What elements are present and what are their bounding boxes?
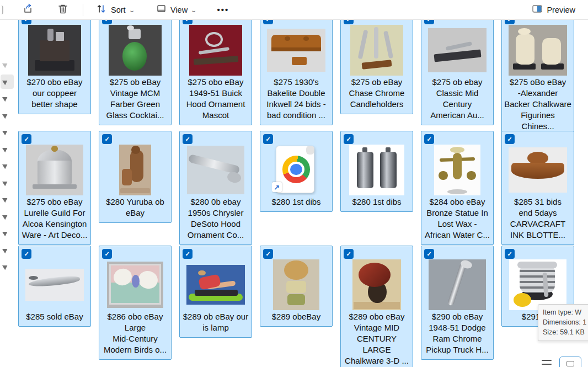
file-thumbnail <box>434 145 480 195</box>
file-tile[interactable]: ✓$280 0b ebay 1950s Chrysler DeSoto Hood… <box>179 131 252 245</box>
share-button[interactable] <box>18 2 39 18</box>
file-tile[interactable]: ✓$275 ob ebay Classic Mid Century Americ… <box>421 11 494 125</box>
tree-expand-chevron-icon[interactable] <box>2 179 9 186</box>
file-name-label: $289 obeBay <box>260 310 332 326</box>
file-tile[interactable]: ✓$290 ob eBay 1948-51 Dodge Ram Chrome P… <box>421 246 494 360</box>
more-button[interactable]: ••• <box>212 2 234 18</box>
file-tile[interactable]: ✓$275 1930's Bakelite Double Inkwell 24 … <box>260 11 333 125</box>
thumbnail-art-shape <box>51 146 58 152</box>
thumbnail-art-shape <box>359 263 391 287</box>
view-icon <box>156 3 167 16</box>
file-tile[interactable]: ✓$275 oBo eBay -Alexander Backer Chalkwa… <box>501 11 574 136</box>
file-checkbox-checked[interactable]: ✓ <box>344 249 354 259</box>
file-thumbnail <box>349 145 404 195</box>
thumbnail-art-shape <box>271 47 320 51</box>
statusbar-view-toggles <box>542 357 581 367</box>
file-tile[interactable]: ✓$275 ob eBay Chase Chrome Candleholders <box>340 11 413 114</box>
tree-expand-chevron-icon[interactable] <box>2 263 9 270</box>
file-tile[interactable]: ✓$289 ob eBay our is lamp <box>179 246 252 338</box>
thumbnail-art-shape <box>129 29 140 39</box>
file-checkbox-checked[interactable]: ✓ <box>183 134 193 144</box>
tree-expand-chevron-icon[interactable] <box>2 162 9 169</box>
thumbnail-art-shape <box>514 293 531 307</box>
preview-pane-icon <box>532 4 543 16</box>
file-grid-row: ✓$285 sold eBay✓$286 obo eBay Large Mid-… <box>18 246 574 367</box>
file-checkbox-checked[interactable]: ✓ <box>424 134 434 144</box>
file-checkbox-checked[interactable]: ✓ <box>263 249 273 259</box>
view-button[interactable]: View ⌄ <box>151 2 201 18</box>
file-thumbnail <box>509 259 566 310</box>
file-checkbox-checked[interactable]: ✓ <box>183 249 193 259</box>
thumbnail-art-shape <box>120 188 149 193</box>
file-thumbnail <box>189 25 242 76</box>
file-checkbox-checked[interactable]: ✓ <box>22 249 31 259</box>
thumbnail-art-shape <box>38 161 72 184</box>
thumbnail-art-shape <box>122 169 132 185</box>
file-thumbnail <box>509 147 567 193</box>
file-thumbnail <box>429 259 486 310</box>
thumbnail-art-shape <box>446 41 472 51</box>
file-thumbnail-area <box>19 25 90 76</box>
file-tile[interactable]: ✓$285 sold eBay <box>18 246 91 327</box>
preview-button[interactable]: Preview <box>527 2 580 18</box>
chevron-down-icon: ⌄ <box>190 7 197 13</box>
tree-expand-chevron-icon[interactable] <box>2 246 9 253</box>
tree-expand-chevron-icon[interactable] <box>2 129 9 136</box>
file-checkbox-checked[interactable]: ✓ <box>102 134 112 144</box>
file-thumbnail-area <box>19 145 90 195</box>
delete-button[interactable] <box>53 2 73 18</box>
tree-expand-chevron-icon[interactable] <box>2 111 9 119</box>
tree-expand-chevron-icon[interactable] <box>2 145 9 152</box>
navigation-pane-clipped <box>0 20 17 367</box>
file-thumbnail-area <box>502 25 574 76</box>
thumbnail-art-shape <box>284 260 308 280</box>
thumbnail-art-shape <box>193 56 238 65</box>
chevron-down-icon: ⌄ <box>129 7 135 13</box>
file-tile[interactable]: ✓$286 obo eBay Large Mid-Century Modern … <box>99 246 172 360</box>
file-tile[interactable]: ✓$285 31 bids end 5days CARVACRAFT INK B… <box>501 131 574 245</box>
large-thumbnails-view-toggle[interactable] <box>559 357 581 367</box>
file-name-label: $275 ob ebay Classic Mid Century America… <box>421 76 493 125</box>
file-name-label: $275 obo eBay 1949-51 Buick Hood Ornamen… <box>180 76 252 125</box>
sort-button[interactable]: Sort ⌄ <box>91 2 139 18</box>
thumbnail-art-shape <box>354 302 400 309</box>
file-thumbnail <box>28 25 81 76</box>
file-tile[interactable]: ✓$275 obo eBay 1949-51 Buick Hood Orname… <box>179 11 252 125</box>
file-checkbox-checked[interactable]: ✓ <box>263 134 273 144</box>
thumbnail-art-shape <box>439 171 448 180</box>
file-checkbox-checked[interactable]: ✓ <box>424 249 434 259</box>
file-name-label: $275 oBo eBay -Alexander Backer Chalkwar… <box>502 76 574 136</box>
thumbnail-art-shape <box>380 152 397 188</box>
file-checkbox-checked[interactable]: ✓ <box>344 134 354 144</box>
file-checkbox-checked[interactable]: ✓ <box>505 134 515 144</box>
tree-expand-chevron-icon[interactable] <box>2 61 9 68</box>
tree-expand-chevron-icon[interactable] <box>2 196 9 203</box>
file-tile[interactable]: ✓$289 obo eBay Vintage MID CENTURY LARGE… <box>340 246 413 367</box>
tree-expand-chevron-icon[interactable] <box>2 95 9 102</box>
sort-arrows-icon <box>96 3 107 17</box>
file-thumbnail <box>187 146 244 194</box>
file-thumbnail-area <box>502 259 574 310</box>
details-view-toggle[interactable] <box>542 357 552 367</box>
file-tile[interactable]: ✓$284 obo eBay Bronze Statue In Lost Wax… <box>421 131 494 245</box>
file-name-label: $289 obo eBay Vintage MID CENTURY LARGE … <box>341 310 413 367</box>
tree-expand-chevron-icon[interactable] <box>2 230 9 237</box>
tree-expand-chevron-icon[interactable] <box>2 212 9 220</box>
file-tile[interactable]: ✓↗$280 1st dibs <box>260 131 333 212</box>
file-tile[interactable]: ✓$280 1st dibs <box>340 131 413 212</box>
file-name-label: $275 ob eBay Chase Chrome Candleholders <box>341 76 413 114</box>
file-tile[interactable]: ✓$275 ob eBay Vintage MCM Farber Green G… <box>99 11 172 125</box>
file-tile[interactable]: ✓$270 obo eBay our coppeer better shape <box>18 11 91 114</box>
file-checkbox-checked[interactable]: ✓ <box>102 249 112 259</box>
file-checkbox-checked[interactable]: ✓ <box>22 134 31 144</box>
file-tile[interactable]: ✓$275 obo eBay Lurelle Guild For Alcoa K… <box>18 131 91 245</box>
file-name-label: $270 obo eBay our coppeer better shape <box>19 76 90 114</box>
file-tile[interactable]: ✓$289 obeBay <box>260 246 333 327</box>
thumbnail-art-shape <box>447 262 467 306</box>
file-name-label: $286 obo eBay Large Mid-Century Modern B… <box>99 310 171 359</box>
thumbnail-art-shape <box>511 163 564 179</box>
thumbnail-art-shape <box>517 262 558 268</box>
file-checkbox-checked[interactable]: ✓ <box>505 249 515 259</box>
file-tile[interactable]: ✓$280 Yuruba ob eBay <box>99 131 172 223</box>
file-name-label: $289 ob eBay our is lamp <box>180 310 252 337</box>
